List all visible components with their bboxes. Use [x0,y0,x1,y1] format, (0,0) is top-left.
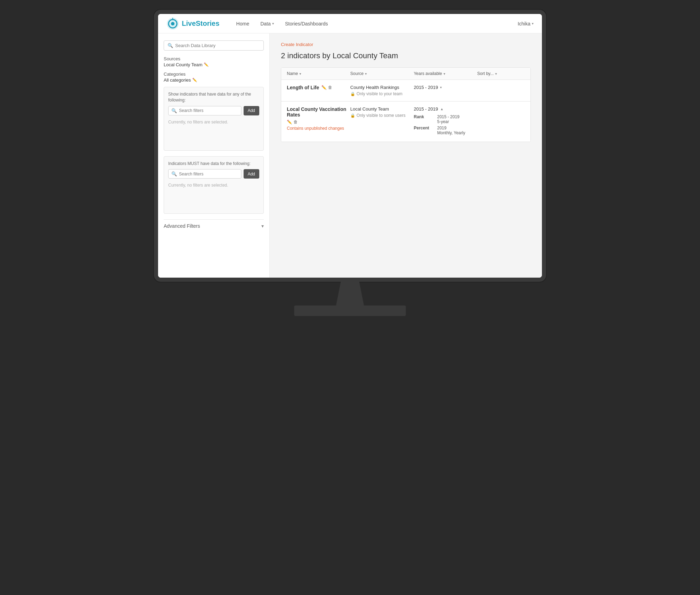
nav-stories[interactable]: Stories/Dashboards [285,21,328,27]
sortby-icon: ▾ [495,72,497,76]
row-source-cell-1: County Health Rankings 🔒 Only visible to… [350,85,414,96]
categories-label: Categories [164,71,264,77]
edit-indicator-2-icon[interactable]: ✏️ [287,120,292,125]
logo-text: LiveStories [182,20,219,28]
lock-icon-2: 🔒 [350,113,355,118]
filter-add-button-1[interactable]: Add [244,106,259,115]
filter-add-button-2[interactable]: Add [244,169,259,179]
logo-icon [166,17,179,30]
filter-empty-text-2: Currently, no filters are selected. [168,181,259,189]
table-row: Length of Life ✏️ 🗑 County Health Rankin… [281,80,530,101]
monitor-stand [294,278,406,316]
indicator-name-2: Local County Vaccination Rates [287,106,350,118]
indicators-table: Name ▾ Source ▾ Years available ▾ Sort [281,67,531,142]
col-header-sort[interactable]: Sort by... ▾ [477,71,525,76]
sources-edit-icon[interactable]: ✏️ [204,62,209,67]
sidebar: 🔍 Sources Local County Team ✏️ Categorie… [158,33,270,278]
data-caret-icon: ▾ [272,22,274,25]
delete-indicator-1-icon[interactable]: 🗑 [328,85,332,90]
source-name-1: County Health Rankings [350,85,414,90]
table-row: Local County Vaccination Rates ✏️ 🗑 Cont… [281,101,530,142]
name-sort-icon: ▾ [299,72,301,76]
filter-search-2-icon: 🔍 [171,171,177,176]
indicator-name-1: Length of Life [287,85,319,90]
col-header-years[interactable]: Years available ▾ [414,71,477,76]
percent-row: Percent 2019 Monthly, Yearly [414,126,477,135]
rank-row: Rank 2015 - 2019 5-year [414,114,477,124]
filter-group-must: Indicators MUST have data for the follow… [164,156,264,214]
source-sort-icon: ▾ [365,72,367,76]
sources-value[interactable]: Local County Team ✏️ [164,62,264,67]
edit-indicator-1-icon[interactable]: ✏️ [321,85,327,90]
content-title: 2 indicators by Local County Team [281,51,531,60]
filter-search-2: 🔍 [168,169,241,179]
content-area: Create Indicator 2 indicators by Local C… [270,33,542,278]
categories-edit-icon[interactable]: ✏️ [192,78,197,82]
filter-search-input-2[interactable] [179,172,238,176]
monitor-neck [336,278,364,306]
row-2-actions: ✏️ 🗑 [287,120,298,125]
filter-group-any: Show indicators that have data for any o… [164,87,264,151]
years-collapse-icon-2[interactable]: ▲ [440,107,444,111]
filter-group-1-title: Show indicators that have data for any o… [168,91,259,103]
search-icon: 🔍 [167,43,173,48]
user-menu[interactable]: Ichika ▾ [517,21,534,27]
search-input[interactable] [175,43,260,48]
percent-values: 2019 Monthly, Yearly [437,126,466,135]
row-name-cell-2: Local County Vaccination Rates ✏️ 🗑 Cont… [287,106,350,131]
col-header-source[interactable]: Source ▾ [350,71,414,76]
percent-label: Percent [414,126,433,135]
source-visibility-1: 🔒 Only visible to your team [350,91,414,96]
filter-group-2-title: Indicators MUST have data for the follow… [168,161,259,167]
years-collapse-icon-1[interactable]: ▾ [440,85,442,89]
years-main-1: 2015 - 2019 ▾ [414,85,477,90]
lock-icon-1: 🔒 [350,92,355,96]
filter-input-row-2: 🔍 Add [168,169,259,179]
filter-search-1: 🔍 [168,106,241,115]
categories-value[interactable]: All categories ✏️ [164,77,264,83]
filter-empty-text-1: Currently, no filters are selected. [168,118,259,126]
filter-empty-area-2: Currently, no filters are selected. [168,181,259,209]
row-name-cell: Length of Life ✏️ 🗑 [287,85,350,90]
years-detail-2: Rank 2015 - 2019 5-year Percent [414,114,477,135]
years-sort-icon: ▾ [444,72,445,76]
search-box: 🔍 [164,40,264,51]
sources-label: Sources [164,56,264,61]
filter-search-input-1[interactable] [179,108,238,113]
rank-values: 2015 - 2019 5-year [437,114,460,124]
row-years-cell-2: 2015 - 2019 ▲ Rank 2015 - 2019 5-year [414,106,477,137]
advanced-filters-label: Advanced Filters [164,223,200,229]
col-header-name[interactable]: Name ▾ [287,71,350,76]
years-main-2: 2015 - 2019 ▲ [414,106,477,112]
logo[interactable]: LiveStories [166,17,219,30]
svg-point-2 [171,22,174,25]
source-visibility-2: 🔒 Only visible to some users [350,113,414,118]
row-source-cell-2: Local County Team 🔒 Only visible to some… [350,106,414,118]
row-1-actions: ✏️ 🗑 [321,85,332,90]
indicator-subtitle-2: Contains unpublished changes [287,126,350,131]
filter-empty-area-1: Currently, no filters are selected. [168,118,259,146]
top-navigation: LiveStories Home Data ▾ Stories/Dashboar… [158,14,542,33]
filter-input-row-1: 🔍 Add [168,106,259,115]
delete-indicator-2-icon[interactable]: 🗑 [293,120,298,125]
table-header: Name ▾ Source ▾ Years available ▾ Sort [281,68,530,80]
row-years-cell-1: 2015 - 2019 ▾ [414,85,477,90]
filter-search-1-icon: 🔍 [171,108,177,113]
rank-label: Rank [414,114,433,124]
nav-data[interactable]: Data ▾ [260,21,274,27]
create-indicator-link[interactable]: Create Indicator [281,42,531,47]
advanced-filters-chevron-icon: ▾ [261,223,264,229]
advanced-filters-bar[interactable]: Advanced Filters ▾ [164,219,264,232]
nav-home[interactable]: Home [236,21,249,27]
user-caret-icon: ▾ [532,22,534,25]
main-layout: 🔍 Sources Local County Team ✏️ Categorie… [158,33,542,278]
source-name-2: Local County Team [350,106,414,112]
monitor-base [294,306,406,316]
